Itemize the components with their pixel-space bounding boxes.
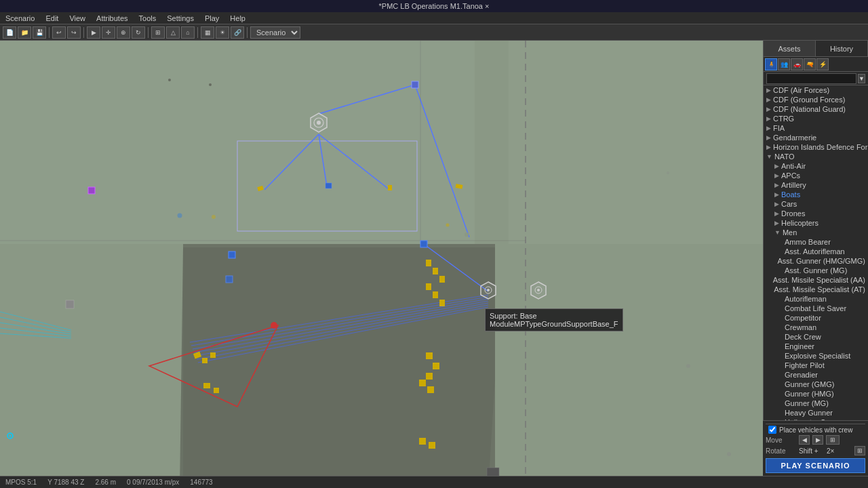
play-toolbar-btn[interactable]: ▶: [87, 26, 100, 39]
tree-item-gendarmerie[interactable]: ▶Gendarmerie: [764, 133, 868, 142]
tree-arrow: ▼: [774, 229, 781, 236]
tree-item-heavy-gunner[interactable]: Heavy Gunner: [764, 408, 868, 418]
tree-item-ammo-bearer[interactable]: Ammo Bearer: [764, 237, 868, 247]
svg-point-70: [667, 171, 669, 174]
tree-item-gunner-gmg[interactable]: Gunner (GMG): [764, 380, 868, 389]
tree-item-apcs[interactable]: ▶APCs: [764, 171, 868, 180]
tree-item-crewman[interactable]: Crewman: [764, 323, 868, 332]
menu-scenario[interactable]: Scenario: [0, 14, 40, 22]
tree-item-cdf-air[interactable]: ▶CDF (Air Forces): [764, 85, 868, 95]
tree-item-label: Drones: [781, 209, 805, 218]
svg-rect-59: [419, 380, 426, 386]
tree-item-gunner-hmg[interactable]: Gunner (HMG): [764, 389, 868, 399]
tab-history[interactable]: History: [816, 41, 868, 56]
menu-settings[interactable]: Settings: [161, 14, 199, 22]
new-btn[interactable]: 📄: [3, 26, 16, 39]
tree-item-cdf-ground[interactable]: ▶CDF (Ground Forces): [764, 95, 868, 104]
tree-item-label: Crewman: [785, 323, 816, 331]
tree-item-label: Explosive Specialist: [785, 352, 850, 360]
tree-item-horizon[interactable]: ▶Horizon Islands Defence Force: [764, 142, 868, 152]
tree-item-boats[interactable]: ▶Boats: [764, 190, 868, 199]
play-scenario-button[interactable]: PLAY SCENARIO: [766, 458, 865, 473]
tree-item-asst-autorifleman[interactable]: Asst. Autorifleman: [764, 247, 868, 256]
tree-item-cars[interactable]: ▶Cars: [764, 199, 868, 209]
redo-btn[interactable]: ↪: [67, 26, 81, 39]
tree-item-cdf-national[interactable]: ▶CDF (National Guard): [764, 104, 868, 114]
menu-help[interactable]: Help: [224, 14, 251, 22]
sun-btn[interactable]: ☀: [216, 26, 229, 39]
svg-marker-1: [0, 41, 475, 244]
tree-item-men[interactable]: ▼Men: [764, 228, 868, 237]
tree-item-nato[interactable]: ▼NATO: [764, 152, 868, 161]
tree-item-asst-gunner-mg[interactable]: Asst. Gunner (MG): [764, 266, 868, 275]
tree-item-competitor[interactable]: Competitor: [764, 313, 868, 323]
tree-item-artillery[interactable]: ▶Artillery: [764, 180, 868, 190]
map-svg: Y X: [0, 41, 763, 476]
triangle-btn[interactable]: △: [166, 26, 180, 39]
tree-item-autorifleman[interactable]: Autorifleman: [764, 294, 868, 304]
tree-item-gunner-mg[interactable]: Gunner (MG): [764, 399, 868, 408]
save-btn[interactable]: 💾: [33, 26, 46, 39]
move-extra-btn[interactable]: ⊞: [826, 435, 840, 445]
svg-line-9: [319, 85, 415, 114]
tree-item-anti-air[interactable]: ▶Anti-Air: [764, 161, 868, 171]
vehicle-icon-btn[interactable]: 🚗: [791, 58, 803, 70]
trigger-icon-btn[interactable]: ⚡: [816, 58, 829, 70]
tree-item-deck-crew[interactable]: Deck Crew: [764, 332, 868, 342]
map-area[interactable]: 072: [0, 41, 763, 476]
move-inc-btn[interactable]: ▶: [812, 435, 823, 445]
group-icon-btn[interactable]: 👥: [778, 58, 790, 70]
menu-tools[interactable]: Tools: [134, 14, 162, 22]
tab-assets[interactable]: Assets: [764, 41, 816, 56]
menubar: Scenario Edit View Attributes Tools Sett…: [0, 12, 868, 24]
tree-item-helicopters[interactable]: ▶Helicopters: [764, 218, 868, 228]
tree-item-combat-life-saver[interactable]: Combat Life Saver: [764, 304, 868, 313]
infantry-icon-btn[interactable]: 🧍: [765, 58, 777, 70]
sep5: [247, 27, 248, 38]
grid-btn[interactable]: ⊞: [151, 26, 165, 39]
search-icon-btn[interactable]: ▼: [858, 74, 865, 83]
menu-play[interactable]: Play: [199, 14, 224, 22]
place-vehicles-label: Place vehicles with crew: [779, 426, 852, 434]
open-btn[interactable]: 📁: [18, 26, 31, 39]
tree-item-label: Asst. Autorifleman: [785, 247, 845, 256]
tree-item-engineer[interactable]: Engineer: [764, 342, 868, 351]
tree-item-drones[interactable]: ▶Drones: [764, 209, 868, 218]
place-vehicles-checkbox[interactable]: [768, 426, 776, 434]
svg-marker-27: [311, 113, 327, 132]
weapon-icon-btn[interactable]: 🔫: [804, 58, 816, 70]
svg-line-14: [193, 299, 488, 349]
tree-item-fia[interactable]: ▶FIA: [764, 123, 868, 133]
move-btn[interactable]: ⊕: [117, 26, 130, 39]
move-dec-btn[interactable]: ◀: [799, 435, 810, 445]
terrain2-btn[interactable]: ▦: [201, 26, 214, 39]
tree-arrow: ▶: [766, 96, 771, 103]
rotate-btn[interactable]: ↻: [132, 26, 145, 39]
tree-item-asst-missile-at[interactable]: Asst. Missile Specialist (AT): [764, 285, 868, 294]
tree-item-fighter-pilot[interactable]: Fighter Pilot: [764, 361, 868, 370]
tree-item-asst-missile-aa[interactable]: Asst. Missile Specialist (AA): [764, 275, 868, 285]
search-input[interactable]: [766, 73, 856, 84]
menu-edit[interactable]: Edit: [40, 14, 64, 22]
tree-item-grenadier[interactable]: Grenadier: [764, 370, 868, 380]
status-pos2: Y 7188 43 Z: [47, 479, 84, 486]
zoom-btn[interactable]: ⊞: [854, 446, 865, 455]
tree-arrow: ▶: [766, 125, 771, 131]
tree-arrow: ▶: [774, 163, 779, 169]
title-text: *PMC LB Operations M1.Tanoa ×: [379, 2, 490, 10]
scenario-dropdown[interactable]: Scenario: [250, 26, 300, 39]
tree-item-explosive-specialist[interactable]: Explosive Specialist: [764, 351, 868, 361]
tree-item-asst-gunner-hmg[interactable]: Asst. Gunner (HMG/GMG): [764, 256, 868, 266]
asset-tree[interactable]: ▶CDF (Air Forces)▶CDF (Ground Forces)▶CD…: [764, 85, 868, 476]
menu-view[interactable]: View: [64, 14, 91, 22]
menu-attributes[interactable]: Attributes: [91, 14, 133, 22]
tooltip-line2: ModuleMPTypeGroundSupportBase_F: [490, 320, 618, 328]
tree-item-ctrg[interactable]: ▶CTRG: [764, 114, 868, 123]
link-btn[interactable]: 🔗: [231, 26, 244, 39]
tree-item-label: Horizon Islands Defence Force: [773, 143, 868, 151]
select-btn[interactable]: ✛: [102, 26, 115, 39]
terrain-btn[interactable]: ⌂: [181, 26, 195, 39]
undo-btn[interactable]: ↩: [52, 26, 66, 39]
svg-rect-36: [412, 81, 418, 88]
tree-arrow: ▶: [774, 172, 779, 179]
